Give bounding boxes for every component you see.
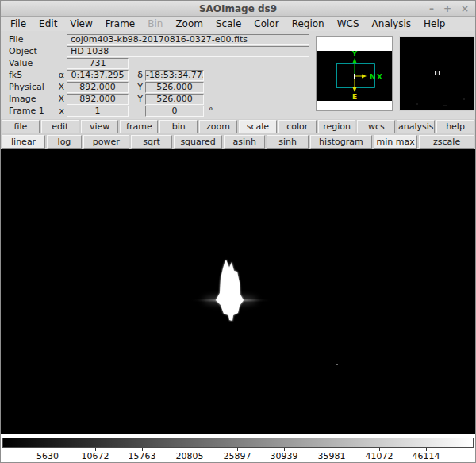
- log-button[interactable]: log: [47, 135, 82, 149]
- main-button-bar: file edit view frame bin zoom scale colo…: [1, 119, 475, 134]
- value-row: Value 731: [1, 57, 316, 69]
- physical-x-field: 892.000: [67, 82, 129, 93]
- object-value-field: HD 1038: [67, 46, 309, 57]
- linear-button[interactable]: linear: [2, 135, 45, 149]
- colorbar-tick-label: 5630: [29, 451, 67, 461]
- window-title: SAOImage ds9: [199, 3, 277, 14]
- magnifier[interactable]: [399, 36, 474, 111]
- sinh-button[interactable]: sinh: [267, 135, 308, 149]
- asinh-button[interactable]: asinh: [224, 135, 265, 149]
- compass-e-label: E: [352, 93, 357, 101]
- star-image: [1, 149, 476, 434]
- frame-label: Frame 1: [1, 106, 55, 116]
- image-x-label: X: [55, 94, 64, 104]
- zscale-button[interactable]: zscale: [419, 135, 474, 149]
- menu-frame[interactable]: Frame: [99, 18, 141, 29]
- colorbar[interactable]: [2, 438, 474, 448]
- histogram-button[interactable]: histogram: [310, 135, 372, 149]
- pixel-value-field: 731: [67, 58, 129, 69]
- physical-row: Physical X 892.000 Y 526.000: [1, 81, 316, 93]
- image-canvas[interactable]: [1, 149, 476, 434]
- degree-symbol: °: [209, 106, 213, 116]
- bin-button[interactable]: bin: [159, 120, 198, 133]
- menu-help[interactable]: Help: [417, 18, 451, 29]
- squared-button[interactable]: squared: [174, 135, 222, 149]
- wcs-row: fk5 α 0:14:37.295 δ -18:53:34.773: [1, 69, 316, 81]
- menu-bar: File Edit View Frame Bin Zoom Scale Colo…: [1, 17, 475, 31]
- object-label: Object: [1, 46, 55, 56]
- menu-bin: Bin: [141, 18, 169, 29]
- magnifier-reticle-icon: [435, 71, 440, 75]
- frame-zoom-field: 1: [67, 106, 129, 117]
- info-panel: File coj0m403-kb98-20170816-0327-e00.fit…: [1, 31, 475, 117]
- help-button[interactable]: help: [436, 120, 474, 133]
- image-label: Image: [1, 94, 55, 104]
- compass-x-label: X: [377, 73, 382, 81]
- wcs-system-label: fk5: [1, 70, 55, 80]
- panner[interactable]: Y E N X: [316, 36, 393, 111]
- edit-button[interactable]: edit: [41, 120, 79, 133]
- menu-zoom[interactable]: Zoom: [169, 18, 209, 29]
- colorbar-tick-label: 30939: [265, 451, 303, 461]
- colorbar-tick-label: 41072: [360, 451, 398, 461]
- value-label: Value: [1, 58, 55, 68]
- ds9-window: SAOImage ds9 – + × File Edit View Frame …: [0, 0, 476, 463]
- colorbar-tick-label: 25897: [218, 451, 256, 461]
- minimize-icon[interactable]: –: [429, 3, 434, 14]
- menu-scale[interactable]: Scale: [209, 18, 248, 29]
- colorbar-area: 5630 10672 15763 20805 25897 30939 35981…: [1, 434, 476, 463]
- window-controls: – + ×: [429, 1, 469, 17]
- compass-n-label: N: [370, 73, 376, 81]
- menu-file[interactable]: File: [4, 18, 33, 29]
- compass-y-label: Y: [351, 51, 358, 58]
- frame-rotation-field: 0: [145, 106, 204, 117]
- file-label: File: [1, 34, 55, 44]
- physical-x-label: X: [55, 82, 64, 92]
- colorbar-tick-label: 15763: [123, 451, 161, 461]
- object-row: Object HD 1038: [1, 45, 316, 57]
- view-button[interactable]: view: [81, 120, 119, 133]
- colorbar-tick-label: 10672: [76, 451, 114, 461]
- colorbar-tick-label: 20805: [171, 451, 209, 461]
- scale-button[interactable]: scale: [239, 120, 277, 133]
- alpha-label: α: [55, 70, 64, 80]
- coordinate-readout: File coj0m403-kb98-20170816-0327-e00.fit…: [1, 33, 316, 117]
- power-button[interactable]: power: [83, 135, 129, 149]
- physical-y-field: 526.000: [145, 82, 204, 93]
- file-row: File coj0m403-kb98-20170816-0327-e00.fit…: [1, 33, 316, 45]
- zoom-button[interactable]: zoom: [199, 120, 237, 133]
- image-y-field: 526.000: [145, 94, 204, 105]
- menu-color[interactable]: Color: [248, 18, 285, 29]
- menu-view[interactable]: View: [63, 18, 98, 29]
- panner-image[interactable]: Y E N X: [317, 51, 392, 101]
- title-bar[interactable]: SAOImage ds9 – + ×: [1, 1, 475, 17]
- scale-button-bar: linear log power sqrt squared asinh sinh…: [1, 134, 475, 149]
- menu-region[interactable]: Region: [286, 18, 331, 29]
- ra-field: 0:14:37.295: [67, 70, 129, 81]
- menu-wcs[interactable]: WCS: [331, 18, 366, 29]
- panner-compass: Y E N X: [317, 51, 392, 101]
- zoom-x-label: x: [55, 106, 64, 116]
- region-button[interactable]: region: [318, 120, 356, 133]
- frame-row: Frame 1 x 1 0 °: [1, 105, 316, 117]
- colorbar-tick-label: 46114: [407, 451, 445, 461]
- wcs-button[interactable]: wcs: [357, 120, 395, 133]
- faint-star: [336, 364, 338, 365]
- menu-analysis[interactable]: Analysis: [366, 18, 417, 29]
- sqrt-button[interactable]: sqrt: [131, 135, 172, 149]
- color-button[interactable]: color: [278, 120, 317, 133]
- frame-button[interactable]: frame: [120, 120, 158, 133]
- image-row: Image X 892.000 Y 526.000: [1, 93, 316, 105]
- close-icon[interactable]: ×: [461, 3, 469, 14]
- file-button[interactable]: file: [2, 120, 40, 133]
- colorbar-tick-label: 35981: [313, 451, 351, 461]
- physical-y-label: Y: [133, 82, 143, 92]
- image-x-field: 892.000: [67, 94, 129, 105]
- menu-edit[interactable]: Edit: [33, 18, 63, 29]
- minmax-button[interactable]: min max: [374, 135, 417, 149]
- maximize-icon[interactable]: +: [443, 3, 451, 14]
- dec-field: -18:53:34.773: [145, 70, 204, 81]
- file-value-field: coj0m403-kb98-20170816-0327-e00.fits: [67, 34, 309, 45]
- analysis-button[interactable]: analysis: [397, 120, 435, 133]
- delta-label: δ: [133, 70, 143, 80]
